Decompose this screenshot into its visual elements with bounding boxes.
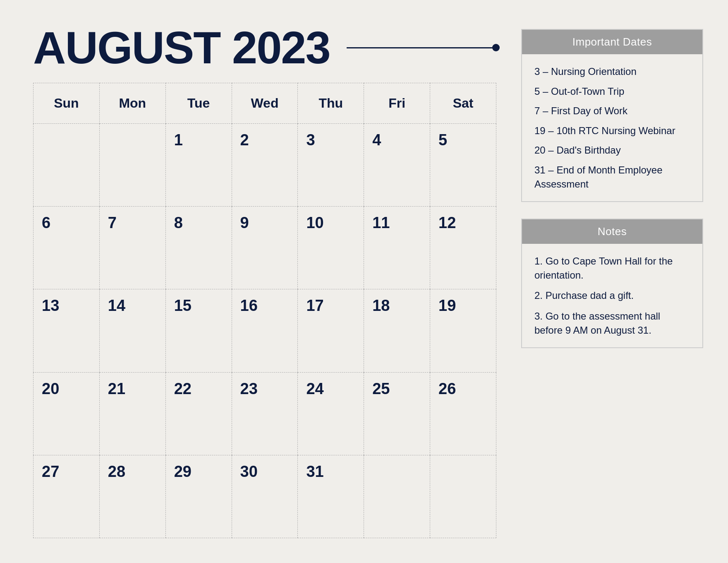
day-header-fri: Fri <box>364 83 430 124</box>
calendar-cell: 3 <box>298 124 364 207</box>
notes-panel: Notes 1. Go to Cape Town Hall for the or… <box>521 219 703 348</box>
calendar-cell: 8 <box>165 207 232 289</box>
date-number: 24 <box>306 380 323 397</box>
important-dates-panel: Important Dates 3 – Nursing Orientation … <box>521 29 703 202</box>
calendar-cell: 30 <box>232 455 298 538</box>
calendar-cell: 25 <box>364 372 430 455</box>
calendar-cell: 7 <box>99 207 165 289</box>
date-number: 1 <box>174 131 183 149</box>
date-number: 29 <box>174 463 192 480</box>
date-number: 12 <box>438 214 456 231</box>
calendar-cell-empty <box>99 124 165 207</box>
calendar-row: 1 2 3 4 5 <box>34 124 496 207</box>
date-number: 27 <box>42 463 59 480</box>
date-number: 21 <box>108 380 125 397</box>
calendar-cell-empty <box>430 455 496 538</box>
date-number: 15 <box>174 297 192 314</box>
date-number: 3 <box>306 131 315 149</box>
day-header-sun: Sun <box>34 83 100 124</box>
important-date-item-1: 3 – Nursing Orientation <box>534 65 690 79</box>
calendar-cell-empty <box>34 124 100 207</box>
calendar-cell: 18 <box>364 289 430 372</box>
date-number: 20 <box>42 380 59 397</box>
left-section: AUGUST 2023 Sun Mon Tue Wed Thu Fri Sat <box>33 25 496 538</box>
date-number: 13 <box>42 297 59 314</box>
important-dates-body: 3 – Nursing Orientation 5 – Out-of-Town … <box>522 54 702 201</box>
header-area: AUGUST 2023 <box>33 25 496 70</box>
note-item-1: 1. Go to Cape Town Hall for the orientat… <box>534 254 690 282</box>
calendar-cell: 10 <box>298 207 364 289</box>
notes-header: Notes <box>522 219 702 244</box>
calendar-cell: 27 <box>34 455 100 538</box>
date-number: 14 <box>108 297 125 314</box>
calendar-cell: 1 <box>165 124 232 207</box>
calendar-cell: 31 <box>298 455 364 538</box>
calendar-row: 6 7 8 9 10 11 <box>34 207 496 289</box>
right-section: Important Dates 3 – Nursing Orientation … <box>521 25 703 538</box>
date-number: 23 <box>240 380 258 397</box>
notes-body: 1. Go to Cape Town Hall for the orientat… <box>522 244 702 347</box>
date-number: 11 <box>372 214 390 231</box>
calendar-cell: 11 <box>364 207 430 289</box>
date-number: 4 <box>372 131 381 149</box>
date-number: 18 <box>372 297 390 314</box>
header-line-container <box>347 47 496 48</box>
date-number: 9 <box>240 214 249 231</box>
calendar-cell: 23 <box>232 372 298 455</box>
date-number: 31 <box>306 463 323 480</box>
day-header-mon: Mon <box>99 83 165 124</box>
calendar-row: 13 14 15 16 17 18 <box>34 289 496 372</box>
date-number: 19 <box>438 297 456 314</box>
day-header-thu: Thu <box>298 83 364 124</box>
date-number: 8 <box>174 214 183 231</box>
calendar-table: Sun Mon Tue Wed Thu Fri Sat 1 <box>33 83 496 538</box>
calendar-cell: 13 <box>34 289 100 372</box>
calendar-cell: 15 <box>165 289 232 372</box>
calendar-row: 27 28 29 30 31 <box>34 455 496 538</box>
calendar-cell: 28 <box>99 455 165 538</box>
calendar-cell: 29 <box>165 455 232 538</box>
calendar-cell: 20 <box>34 372 100 455</box>
date-number: 10 <box>306 214 323 231</box>
date-number: 28 <box>108 463 125 480</box>
page-title: AUGUST 2023 <box>33 25 330 70</box>
important-dates-header: Important Dates <box>522 30 702 54</box>
calendar-cell: 4 <box>364 124 430 207</box>
header-line <box>347 47 496 48</box>
note-item-2: 2. Purchase dad a gift. <box>534 289 690 303</box>
calendar-cell: 17 <box>298 289 364 372</box>
note-item-3: 3. Go to the assessment hall before 9 AM… <box>534 309 690 337</box>
date-number: 7 <box>108 214 117 231</box>
calendar-cell: 9 <box>232 207 298 289</box>
calendar-cell: 22 <box>165 372 232 455</box>
calendar-cell: 14 <box>99 289 165 372</box>
important-date-item-2: 5 – Out-of-Town Trip <box>534 84 690 99</box>
calendar-cell: 21 <box>99 372 165 455</box>
date-number: 25 <box>372 380 390 397</box>
calendar-cell: 6 <box>34 207 100 289</box>
calendar-cell: 19 <box>430 289 496 372</box>
calendar-cell: 26 <box>430 372 496 455</box>
date-number: 22 <box>174 380 192 397</box>
calendar-cell: 16 <box>232 289 298 372</box>
day-header-row: Sun Mon Tue Wed Thu Fri Sat <box>34 83 496 124</box>
date-number: 2 <box>240 131 249 149</box>
calendar-cell: 24 <box>298 372 364 455</box>
day-header-wed: Wed <box>232 83 298 124</box>
calendar-row: 20 21 22 23 24 25 <box>34 372 496 455</box>
day-header-tue: Tue <box>165 83 232 124</box>
calendar-cell: 12 <box>430 207 496 289</box>
page-container: AUGUST 2023 Sun Mon Tue Wed Thu Fri Sat <box>0 0 728 563</box>
important-date-item-5: 20 – Dad's Birthday <box>534 143 690 157</box>
calendar-cell-empty <box>364 455 430 538</box>
date-number: 5 <box>438 131 447 149</box>
important-date-item-3: 7 – First Day of Work <box>534 104 690 118</box>
date-number: 16 <box>240 297 258 314</box>
date-number: 30 <box>240 463 258 480</box>
important-date-item-4: 19 – 10th RTC Nursing Webinar <box>534 124 690 138</box>
calendar-cell: 2 <box>232 124 298 207</box>
important-date-item-6: 31 – End of Month Employee Assessment <box>534 163 690 191</box>
date-number: 6 <box>42 214 50 231</box>
date-number: 17 <box>306 297 323 314</box>
date-number: 26 <box>438 380 456 397</box>
